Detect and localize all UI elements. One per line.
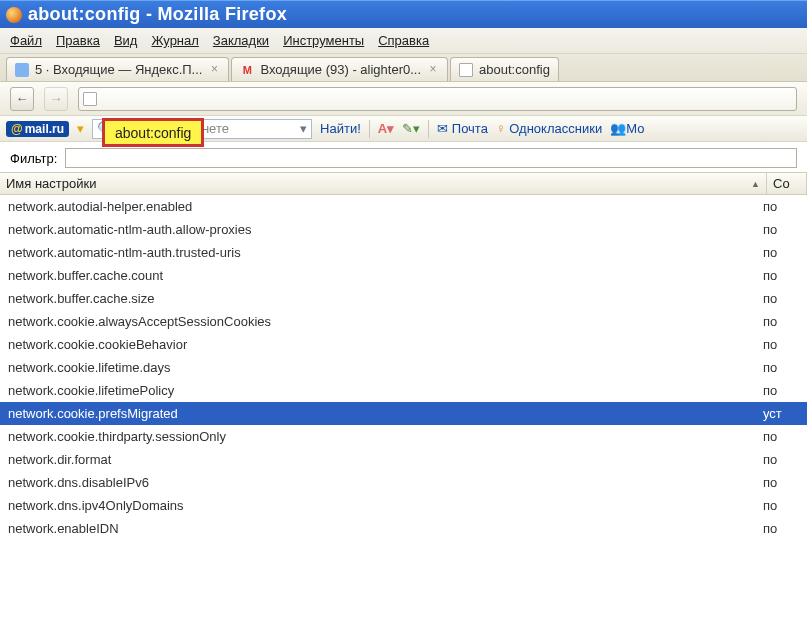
table-row[interactable]: network.cookie.cookieBehaviorпо [0, 333, 807, 356]
back-button[interactable]: ← [10, 87, 34, 111]
mailru-logo[interactable]: @mail.ru [6, 121, 69, 137]
table-row[interactable]: network.enableIDNпо [0, 517, 807, 540]
pref-status: по [763, 314, 799, 329]
pref-name: network.cookie.cookieBehavior [8, 337, 763, 352]
pref-name: network.automatic-ntlm-auth.trusted-uris [8, 245, 763, 260]
pref-status: по [763, 199, 799, 214]
table-row[interactable]: network.dns.disableIPv6по [0, 471, 807, 494]
table-row[interactable]: network.dir.formatпо [0, 448, 807, 471]
odnoklassniki-link[interactable]: ♀ Одноклассники [496, 121, 602, 136]
pref-name: network.cookie.prefsMigrated [8, 406, 763, 421]
column-name[interactable]: Имя настройки ▲ [0, 173, 767, 194]
tab-label: 5 · Входящие — Яндекс.П... [35, 62, 202, 77]
close-icon[interactable]: × [427, 64, 439, 76]
pref-name: network.enableIDN [8, 521, 763, 536]
pref-status: по [763, 383, 799, 398]
page-icon [459, 63, 473, 77]
pencil-icon[interactable]: ✎▾ [402, 121, 420, 136]
tab-gmail-inbox[interactable]: M Входящие (93) - alighter0... × [231, 57, 448, 81]
back-icon: ← [16, 91, 29, 106]
find-button[interactable]: Найти! [320, 121, 361, 136]
tab-strip: 5 · Входящие — Яндекс.П... × M Входящие … [0, 54, 807, 82]
table-row[interactable]: network.buffer.cache.countпо [0, 264, 807, 287]
table-row[interactable]: network.dns.ipv4OnlyDomainsпо [0, 494, 807, 517]
pref-status: по [763, 498, 799, 513]
gmail-icon: M [240, 63, 254, 77]
chevron-down-icon[interactable]: ▾ [300, 121, 307, 136]
url-bar[interactable] [78, 87, 797, 111]
tab-about-config[interactable]: about:config [450, 57, 559, 81]
firefox-icon [6, 7, 22, 23]
pref-name: network.cookie.alwaysAcceptSessionCookie… [8, 314, 763, 329]
table-header: Имя настройки ▲ Со [0, 172, 807, 195]
pref-status: по [763, 521, 799, 536]
filter-label: Фильтр: [10, 151, 57, 166]
table-row[interactable]: network.cookie.lifetimePolicyпо [0, 379, 807, 402]
pref-status: по [763, 245, 799, 260]
table-row[interactable]: network.autodial-helper.enabledпо [0, 195, 807, 218]
url-highlight: about:config [102, 118, 204, 147]
menu-edit[interactable]: Правка [56, 33, 100, 48]
pref-status: уст [763, 406, 799, 421]
menu-history[interactable]: Журнал [151, 33, 198, 48]
navigation-toolbar: ← → [0, 82, 807, 116]
table-row[interactable]: network.cookie.lifetime.daysпо [0, 356, 807, 379]
pref-name: network.buffer.cache.count [8, 268, 763, 283]
window-title: about:config - Mozilla Firefox [28, 4, 287, 25]
pref-name: network.dns.disableIPv6 [8, 475, 763, 490]
separator [428, 120, 429, 138]
more-link[interactable]: 👥Мо [610, 121, 644, 136]
tab-label: Входящие (93) - alighter0... [260, 62, 421, 77]
mail-link[interactable]: ✉ Почта [437, 121, 488, 136]
menu-view[interactable]: Вид [114, 33, 138, 48]
pref-status: по [763, 360, 799, 375]
menu-help[interactable]: Справка [378, 33, 429, 48]
separator [369, 120, 370, 138]
menu-file[interactable]: Файл [10, 33, 42, 48]
menu-tools[interactable]: Инструменты [283, 33, 364, 48]
tab-yandex-inbox[interactable]: 5 · Входящие — Яндекс.П... × [6, 57, 229, 81]
pref-status: по [763, 429, 799, 444]
pref-status: по [763, 268, 799, 283]
table-row[interactable]: network.cookie.alwaysAcceptSessionCookie… [0, 310, 807, 333]
yandex-icon [15, 63, 29, 77]
tab-label: about:config [479, 62, 550, 77]
menu-bookmarks[interactable]: Закладки [213, 33, 269, 48]
pref-name: network.dns.ipv4OnlyDomains [8, 498, 763, 513]
pref-status: по [763, 291, 799, 306]
page-icon [83, 92, 97, 106]
pref-status: по [763, 452, 799, 467]
sort-asc-icon: ▲ [751, 179, 760, 189]
highlight-a-icon[interactable]: A▾ [378, 121, 394, 136]
table-row[interactable]: network.cookie.prefsMigratedуст [0, 402, 807, 425]
prefs-table: network.autodial-helper.enabledпоnetwork… [0, 195, 807, 540]
menu-bar: Файл Правка Вид Журнал Закладки Инструме… [0, 28, 807, 54]
close-icon[interactable]: × [208, 64, 220, 76]
pref-name: network.dir.format [8, 452, 763, 467]
forward-icon: → [50, 91, 63, 106]
pref-name: network.cookie.thirdparty.sessionOnly [8, 429, 763, 444]
dropdown-icon[interactable]: ▾ [77, 121, 84, 136]
pref-name: network.buffer.cache.size [8, 291, 763, 306]
table-row[interactable]: network.buffer.cache.sizeпо [0, 287, 807, 310]
table-row[interactable]: network.cookie.thirdparty.sessionOnlyпо [0, 425, 807, 448]
pref-status: по [763, 475, 799, 490]
table-row[interactable]: network.automatic-ntlm-auth.trusted-uris… [0, 241, 807, 264]
column-status[interactable]: Со [767, 173, 807, 194]
pref-name: network.automatic-ntlm-auth.allow-proxie… [8, 222, 763, 237]
window-titlebar: about:config - Mozilla Firefox [0, 0, 807, 28]
filter-input[interactable] [65, 148, 797, 168]
pref-status: по [763, 222, 799, 237]
table-row[interactable]: network.automatic-ntlm-auth.allow-proxie… [0, 218, 807, 241]
pref-name: network.autodial-helper.enabled [8, 199, 763, 214]
pref-name: network.cookie.lifetime.days [8, 360, 763, 375]
forward-button[interactable]: → [44, 87, 68, 111]
pref-name: network.cookie.lifetimePolicy [8, 383, 763, 398]
pref-status: по [763, 337, 799, 352]
